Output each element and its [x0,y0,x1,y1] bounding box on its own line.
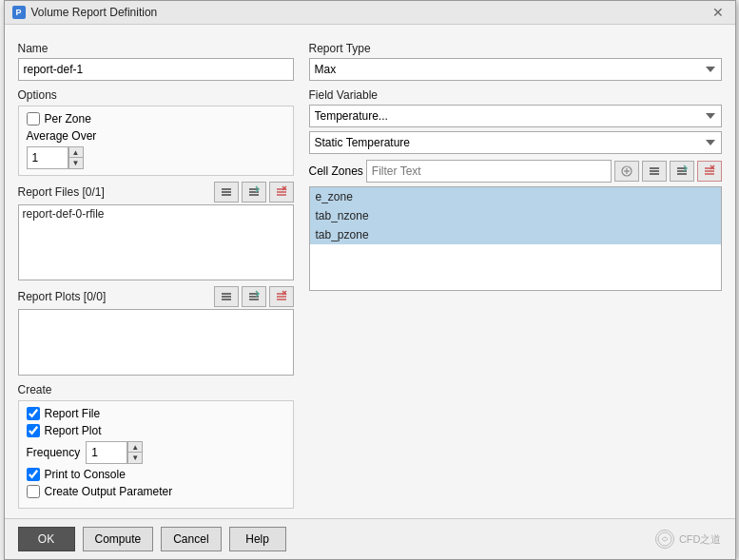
average-over-row: Average Over [27,129,285,143]
cell-zones-btn4[interactable] [697,161,722,182]
report-plot-label: Report Plot [45,424,102,437]
report-file-checkbox[interactable] [27,407,40,420]
dialog-window: P Volume Report Definition ✕ Name Option… [4,0,736,560]
report-file-label: Report File [45,407,101,420]
report-plots-header: Report Plots [0/0] [18,286,294,307]
right-column: Report Type Max Field Variable Temperatu… [309,34,722,509]
frequency-up[interactable]: ▲ [128,442,142,453]
field-variable-select2[interactable]: Static Temperature [309,131,722,154]
name-label: Name [18,42,294,55]
average-over-up[interactable]: ▲ [69,147,83,158]
cell-zone-item-ezzone[interactable]: e_zone [310,187,721,206]
report-plot-row: Report Plot [27,424,285,437]
per-zone-checkbox[interactable] [27,112,40,126]
average-over-arrows: ▲ ▼ [68,146,84,169]
title-bar: P Volume Report Definition ✕ [5,1,735,25]
report-files-item: report-def-0-rfile [23,207,289,221]
report-files-list: report-def-0-rfile [18,204,294,280]
dialog-content: Name Options Per Zone Average Over [5,25,735,518]
field-variable-select1[interactable]: Temperature... [309,105,722,127]
cancel-button[interactable]: Cancel [161,527,221,551]
report-plots-label: Report Plots [0/0] [18,290,107,303]
report-plots-remove-btn[interactable] [269,286,294,307]
watermark: CFD之道 [655,530,722,549]
svg-point-36 [658,532,671,546]
options-label: Options [18,88,294,102]
average-over-down[interactable]: ▼ [69,158,83,168]
report-plot-checkbox[interactable] [27,424,40,437]
frequency-down[interactable]: ▼ [128,453,142,463]
main-layout: Name Options Per Zone Average Over [18,34,722,509]
print-console-checkbox[interactable] [27,468,40,481]
frequency-label: Frequency [27,446,81,459]
frequency-row: Frequency ▲ ▼ [27,441,285,464]
left-column: Name Options Per Zone Average Over [18,34,294,509]
report-file-row: Report File [27,407,285,420]
create-output-param-checkbox[interactable] [27,485,40,498]
cell-zones-btn2[interactable] [642,161,667,182]
per-zone-row: Per Zone [27,112,285,126]
report-files-header: Report Files [0/1] [18,182,294,203]
frequency-arrows: ▲ ▼ [127,441,143,464]
report-type-select[interactable]: Max [309,58,722,81]
cell-zones-filter[interactable] [366,160,612,183]
per-zone-label: Per Zone [45,112,91,126]
average-over-spinner: ▲ ▼ [27,146,84,169]
report-plots-toolbar [214,286,294,307]
help-button[interactable]: Help [229,527,286,551]
print-console-label: Print to Console [45,468,126,481]
watermark-icon [655,530,674,549]
cell-zones-label: Cell Zones [309,164,363,178]
window-title: Volume Report Definition [31,6,158,19]
report-files-add-btn[interactable] [242,182,266,203]
report-plots-list [18,309,294,376]
cell-zones-list: e_zone tab_nzone tab_pzone [309,186,722,291]
close-button[interactable]: ✕ [709,5,728,20]
create-output-param-row: Create Output Parameter [27,485,285,498]
app-icon: P [12,6,26,19]
print-console-row: Print to Console [27,468,285,481]
cell-zone-item-tabpzone[interactable]: tab_pzone [310,225,721,244]
name-input[interactable] [18,58,294,81]
dialog-buttons: OK Compute Cancel Help [18,527,286,551]
cell-zones-btn3[interactable] [670,161,694,182]
frequency-spinner: ▲ ▼ [86,441,143,464]
report-files-remove-btn[interactable] [269,182,294,203]
cell-zone-item-tabnzone[interactable]: tab_nzone [310,206,721,225]
field-variable-label: Field Variable [309,88,722,102]
bottom-bar: OK Compute Cancel Help CFD之道 [5,518,735,559]
create-label: Create [18,383,294,396]
watermark-text: CFD之道 [679,532,722,547]
report-plots-list-btn[interactable] [214,286,239,307]
report-files-label: Report Files [0/1] [18,185,105,199]
create-output-param-label: Create Output Parameter [45,485,173,498]
report-type-label: Report Type [309,42,722,55]
average-over-label: Average Over [27,129,97,143]
report-files-toolbar [214,182,294,203]
compute-button[interactable]: Compute [83,527,154,551]
frequency-input[interactable] [86,441,127,464]
cell-zones-btn1[interactable] [614,161,639,182]
cell-zones-filter-row: Cell Zones [309,160,722,183]
report-files-list-btn[interactable] [214,182,239,203]
ok-button[interactable]: OK [18,527,75,551]
title-bar-left: P Volume Report Definition [12,6,158,19]
create-section: Create Report File Report Plot Frequency [18,383,294,509]
report-plots-add-btn[interactable] [242,286,266,307]
average-over-input[interactable] [27,146,68,169]
